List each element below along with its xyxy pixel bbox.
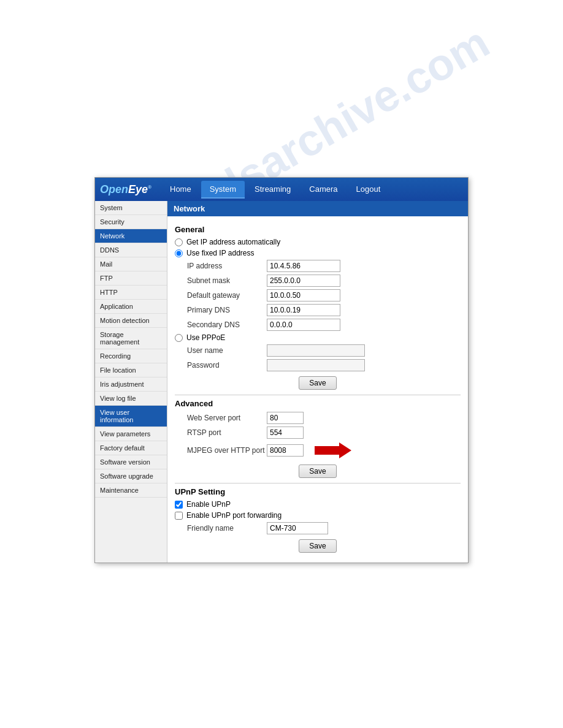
sidebar-item-file-location[interactable]: File location <box>95 363 167 377</box>
upnp-save-row: Save <box>175 539 461 553</box>
primary-dns-label: Primary DNS <box>187 306 267 314</box>
logo: OpenEye® <box>100 183 151 196</box>
mjpeg-port-input[interactable] <box>267 444 304 457</box>
nav-home[interactable]: Home <box>161 181 200 199</box>
port-forwarding-checkbox[interactable] <box>175 512 183 520</box>
web-server-port-input[interactable] <box>267 412 304 424</box>
sidebar-item-ddns[interactable]: DDNS <box>95 243 167 257</box>
sidebar-item-motion[interactable]: Motion detection <box>95 314 167 328</box>
radio-pppoe-row: Use PPPoE <box>175 333 461 342</box>
port-forwarding-row: Enable UPnP port forwarding <box>175 511 461 520</box>
app-window: OpenEye® Home System Streaming Camera Lo… <box>94 177 469 563</box>
general-save-row: Save <box>175 376 461 390</box>
sidebar-item-recording[interactable]: Recording <box>95 349 167 363</box>
content-area: System Security Network DDNS Mail FTP HT… <box>95 201 468 563</box>
username-input[interactable] <box>267 344 365 357</box>
port-forwarding-label: Enable UPnP port forwarding <box>186 511 282 520</box>
sidebar-item-application[interactable]: Application <box>95 300 167 314</box>
radio-auto-row: Get IP address automatically <box>175 238 461 246</box>
primary-dns-row: Primary DNS <box>175 304 461 316</box>
section-body: General Get IP address automatically Use… <box>167 216 468 563</box>
nav-logout[interactable]: Logout <box>348 181 389 199</box>
mjpeg-port-row: MJPEG over HTTP port <box>175 441 461 460</box>
radio-fixed-row: Use fixed IP address <box>175 249 461 257</box>
mjpeg-arrow-container <box>267 441 351 460</box>
secondary-dns-label: Secondary DNS <box>187 320 267 329</box>
divider1 <box>175 395 461 395</box>
friendly-name-label: Friendly name <box>187 524 267 533</box>
gateway-label: Default gateway <box>187 291 267 300</box>
nav-items: Home System Streaming Camera Logout <box>161 181 389 199</box>
gateway-input[interactable] <box>267 289 340 301</box>
svg-marker-0 <box>315 442 351 458</box>
sidebar-item-view-params[interactable]: View parameters <box>95 427 167 441</box>
radio-pppoe[interactable] <box>175 334 183 342</box>
sidebar: System Security Network DDNS Mail FTP HT… <box>95 201 167 563</box>
main-content: Network General Get IP address automatic… <box>167 201 468 563</box>
advanced-save-button[interactable]: Save <box>299 464 336 478</box>
password-input[interactable] <box>267 359 365 371</box>
enable-upnp-checkbox[interactable] <box>175 501 183 509</box>
friendly-name-row: Friendly name <box>175 522 461 534</box>
upnp-title: UPnP Setting <box>175 487 461 496</box>
radio-pppoe-label: Use PPPoE <box>186 333 225 342</box>
sidebar-item-maintenance[interactable]: Maintenance <box>95 483 167 498</box>
divider2 <box>175 483 461 483</box>
radio-auto-label: Get IP address automatically <box>186 238 280 246</box>
nav-camera[interactable]: Camera <box>301 181 346 199</box>
general-save-button[interactable]: Save <box>299 376 336 390</box>
sidebar-item-mail[interactable]: Mail <box>95 257 167 271</box>
sidebar-item-ftp[interactable]: FTP <box>95 271 167 286</box>
gateway-row: Default gateway <box>175 289 461 301</box>
radio-auto[interactable] <box>175 238 183 246</box>
mjpeg-port-label: MJPEG over HTTP port <box>187 446 267 455</box>
sidebar-item-view-user[interactable]: View user information <box>95 406 167 427</box>
subnet-row: Subnet mask <box>175 275 461 287</box>
subnet-input[interactable] <box>267 275 340 287</box>
rtsp-port-label: RTSP port <box>187 428 267 437</box>
advanced-title: Advanced <box>175 399 461 408</box>
sidebar-item-view-log[interactable]: View log file <box>95 392 167 406</box>
subnet-label: Subnet mask <box>187 276 267 285</box>
sidebar-item-http[interactable]: HTTP <box>95 286 167 300</box>
web-server-port-label: Web Server port <box>187 414 267 422</box>
logo-area: OpenEye® <box>100 183 161 196</box>
section-header: Network <box>167 201 468 216</box>
rtsp-port-row: RTSP port <box>175 427 461 439</box>
rtsp-port-input[interactable] <box>267 427 304 439</box>
ip-address-label: IP address <box>187 262 267 270</box>
nav-system[interactable]: System <box>201 181 245 199</box>
nav-streaming[interactable]: Streaming <box>246 181 299 199</box>
ip-address-row: IP address <box>175 260 461 272</box>
red-arrow-icon <box>308 441 351 460</box>
password-row: Password <box>175 359 461 371</box>
sidebar-item-sw-upgrade[interactable]: Software upgrade <box>95 469 167 483</box>
primary-dns-input[interactable] <box>267 304 340 316</box>
sidebar-item-storage[interactable]: Storage management <box>95 328 167 349</box>
sidebar-item-factory[interactable]: Factory default <box>95 441 167 455</box>
sidebar-item-network[interactable]: Network <box>95 229 167 243</box>
radio-fixed[interactable] <box>175 249 183 257</box>
sidebar-item-system[interactable]: System <box>95 201 167 215</box>
sidebar-item-sw-version[interactable]: Software version <box>95 455 167 469</box>
username-label: User name <box>187 346 267 355</box>
general-title: General <box>175 225 461 234</box>
ip-address-input[interactable] <box>267 260 340 272</box>
nav-bar: OpenEye® Home System Streaming Camera Lo… <box>95 178 468 201</box>
username-row: User name <box>175 344 461 357</box>
sidebar-item-iris[interactable]: Iris adjustment <box>95 377 167 392</box>
friendly-name-input[interactable] <box>267 522 328 534</box>
upnp-save-button[interactable]: Save <box>299 539 336 553</box>
advanced-save-row: Save <box>175 464 461 478</box>
secondary-dns-row: Secondary DNS <box>175 319 461 331</box>
enable-upnp-row: Enable UPnP <box>175 500 461 509</box>
sidebar-item-security[interactable]: Security <box>95 215 167 229</box>
secondary-dns-input[interactable] <box>267 319 340 331</box>
enable-upnp-label: Enable UPnP <box>186 500 231 509</box>
web-server-port-row: Web Server port <box>175 412 461 424</box>
password-label: Password <box>187 361 267 370</box>
radio-fixed-label: Use fixed IP address <box>186 249 255 257</box>
